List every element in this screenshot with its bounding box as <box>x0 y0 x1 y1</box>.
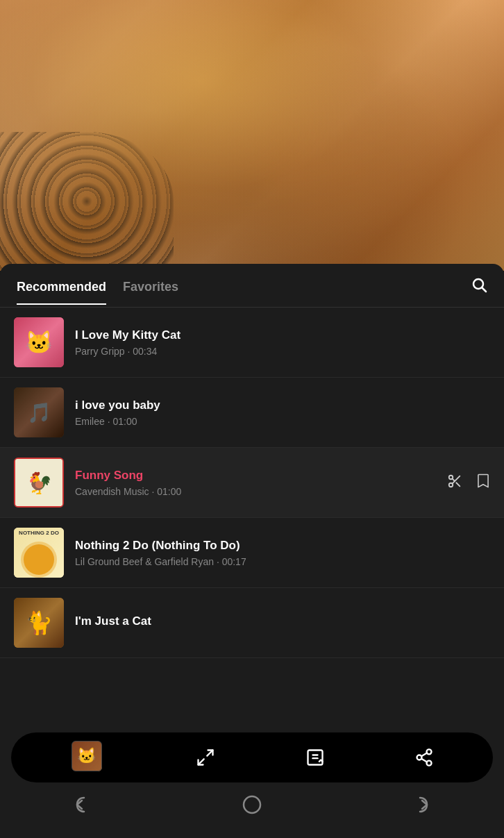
song-actions-3 <box>447 474 490 492</box>
svg-line-6 <box>452 478 455 481</box>
nav-forward-button[interactable] <box>409 794 431 821</box>
song-info-2: i love you baby Emilee · 01:00 <box>75 399 490 427</box>
svg-line-1 <box>482 288 487 292</box>
artwork-4-sun <box>26 547 51 572</box>
song-meta-1: Parry Gripp · 00:34 <box>75 346 490 357</box>
song-item-1[interactable]: I Love My Kitty Cat Parry Gripp · 00:34 <box>0 308 504 378</box>
bookmark-icon[interactable] <box>476 474 490 492</box>
song-artwork-1 <box>14 317 64 367</box>
share-button[interactable] <box>414 748 434 767</box>
nav-home-button[interactable] <box>242 794 262 820</box>
song-title-3: Funny Song <box>75 469 439 483</box>
bottom-panel: Recommended Favorites I Love My Kitty Ca… <box>0 264 504 838</box>
artwork-4-title: NOTHING 2 DO <box>17 530 61 537</box>
playlist-thumbnail <box>70 739 106 776</box>
song-info-3: Funny Song Cavendish Music · 01:00 <box>75 469 439 497</box>
hero-overlay <box>0 132 174 271</box>
svg-line-8 <box>199 759 204 764</box>
song-item-5[interactable]: I'm Just a Cat <box>0 588 504 658</box>
song-artwork-3 <box>14 458 64 508</box>
svg-point-17 <box>244 796 260 813</box>
song-info-4: Nothing 2 Do (Nothing To Do) Lil Ground … <box>75 539 490 567</box>
expand-button[interactable] <box>196 748 215 767</box>
bottom-bar <box>11 732 493 782</box>
song-meta-4: Lil Ground Beef & Garfield Ryan · 00:17 <box>75 556 490 567</box>
hero-image <box>0 0 504 271</box>
song-title-4: Nothing 2 Do (Nothing To Do) <box>75 539 490 553</box>
song-list: I Love My Kitty Cat Parry Gripp · 00:34 … <box>0 308 504 658</box>
tabs-row: Recommended Favorites <box>0 264 504 308</box>
search-button[interactable] <box>471 276 487 307</box>
song-item-4[interactable]: NOTHING 2 DO Nothing 2 Do (Nothing To Do… <box>0 518 504 588</box>
nav-back-button[interactable] <box>73 794 95 821</box>
svg-line-16 <box>421 753 427 757</box>
bottom-nav <box>0 782 504 838</box>
thumb-layer-3 <box>72 741 102 771</box>
tab-favorites[interactable]: Favorites <box>123 280 178 304</box>
svg-line-7 <box>208 751 213 756</box>
tab-recommended[interactable]: Recommended <box>17 280 106 304</box>
song-info-5: I'm Just a Cat <box>75 614 490 632</box>
scissors-icon[interactable] <box>447 474 462 492</box>
edit-button[interactable] <box>305 748 325 767</box>
song-artwork-2 <box>14 387 64 437</box>
svg-line-5 <box>456 483 460 486</box>
song-item-2[interactable]: i love you baby Emilee · 01:00 <box>0 378 504 448</box>
song-title-2: i love you baby <box>75 399 490 412</box>
song-artwork-4: NOTHING 2 DO <box>14 528 64 578</box>
song-meta-3: Cavendish Music · 01:00 <box>75 486 439 497</box>
song-item-3[interactable]: Funny Song Cavendish Music · 01:00 <box>0 448 504 518</box>
song-artwork-5 <box>14 598 64 648</box>
svg-line-15 <box>421 759 427 762</box>
song-meta-2: Emilee · 01:00 <box>75 416 490 427</box>
song-title-1: I Love My Kitty Cat <box>75 328 490 342</box>
song-title-5: I'm Just a Cat <box>75 614 490 628</box>
song-info-1: I Love My Kitty Cat Parry Gripp · 00:34 <box>75 328 490 357</box>
